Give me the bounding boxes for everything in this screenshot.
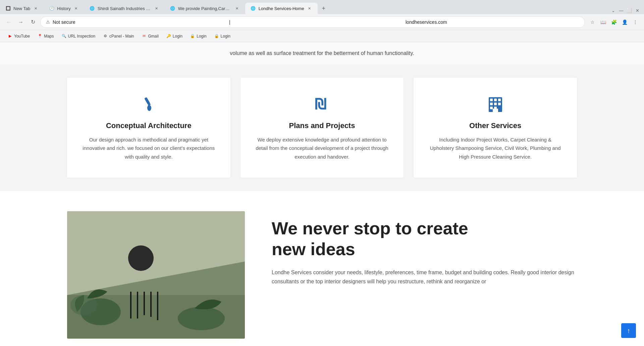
tab-close-new-tab[interactable]: ✕ bbox=[33, 6, 38, 11]
cards-section: Conceptual Architecture Our design appro… bbox=[0, 64, 644, 191]
image-placeholder bbox=[67, 211, 245, 339]
tab-close-londhe[interactable]: ✕ bbox=[307, 6, 312, 11]
bottom-section: We never stop to create new ideas Londhe… bbox=[0, 191, 644, 346]
bookmark-login-3[interactable]: 🔒 Login bbox=[211, 32, 234, 40]
tab-favicon-londhe: 🌐 bbox=[251, 6, 256, 11]
card-icon-services bbox=[427, 95, 564, 115]
chevron-down-icon[interactable]: ⌄ bbox=[610, 8, 616, 13]
tab-shirdi[interactable]: 🌐 Shirdi Sainath Industries | Khichdi ✕ bbox=[84, 3, 165, 14]
svg-point-25 bbox=[178, 307, 225, 330]
bookmark-login2-label: Login bbox=[197, 34, 206, 39]
tab-history[interactable]: 🕐 History ✕ bbox=[44, 3, 84, 14]
card-desc-conceptual: Our design approach is methodical and pr… bbox=[80, 135, 217, 161]
card-icon-conceptual bbox=[80, 95, 217, 115]
bottom-heading: We never stop to create new ideas bbox=[272, 218, 577, 260]
svg-rect-0 bbox=[144, 97, 150, 105]
svg-rect-5 bbox=[490, 99, 493, 101]
tab-favicon-history: 🕐 bbox=[49, 6, 54, 11]
extensions-button[interactable]: 🧩 bbox=[609, 17, 619, 27]
tab-title-painting: We provide Painting,Carpenter,… bbox=[178, 6, 232, 11]
reload-button[interactable]: ↻ bbox=[28, 17, 38, 27]
top-text-section: volume as well as surface treatment for … bbox=[0, 42, 644, 64]
card-desc-services: Including Indoor Project Works, Carpet C… bbox=[427, 135, 564, 161]
login2-icon: 🔒 bbox=[190, 34, 195, 39]
login3-icon: 🔒 bbox=[214, 34, 219, 39]
tab-close-painting[interactable]: ✕ bbox=[234, 6, 240, 11]
tab-new-tab[interactable]: 🔲 New Tab ✕ bbox=[0, 3, 44, 14]
address-bar: ← → ↻ ⚠ Not secure | londheservices.com … bbox=[0, 14, 644, 30]
close-window-button[interactable]: ✕ bbox=[635, 8, 640, 13]
url-display: londheservices.com bbox=[406, 19, 579, 25]
tab-close-history[interactable]: ✕ bbox=[73, 6, 79, 11]
tab-favicon-shirdi: 🌐 bbox=[90, 6, 95, 11]
tab-title-history: History bbox=[57, 6, 70, 11]
tab-londhe[interactable]: 🌐 Londhe Services-Home ✕ bbox=[245, 3, 318, 14]
bookmark-cpanel-label: cPanel - Main bbox=[109, 34, 134, 39]
svg-rect-13 bbox=[498, 107, 501, 109]
profile-button[interactable]: 👤 bbox=[620, 17, 629, 27]
tab-title-londhe: Londhe Services-Home bbox=[259, 6, 304, 11]
url-bar[interactable]: ⚠ Not secure | londheservices.com bbox=[40, 16, 585, 28]
svg-rect-14 bbox=[493, 109, 498, 112]
maps-icon: 📍 bbox=[37, 34, 43, 39]
bottom-heading-line2: new ideas bbox=[272, 239, 355, 259]
more-options-button[interactable]: ⋮ bbox=[631, 17, 640, 27]
window-controls: ⌄ — ⬜ ✕ bbox=[610, 8, 644, 13]
back-button[interactable]: ← bbox=[4, 17, 13, 27]
new-tab-button[interactable]: + bbox=[319, 4, 328, 13]
bookmark-login-1[interactable]: 🔑 Login bbox=[163, 32, 186, 40]
bookmark-maps-label: Maps bbox=[44, 34, 54, 39]
service-card-conceptual: Conceptual Architecture Our design appro… bbox=[67, 78, 230, 178]
bookmark-youtube-label: YouTube bbox=[14, 34, 30, 39]
bottom-text: We never stop to create new ideas Londhe… bbox=[272, 211, 577, 286]
login1-icon: 🔑 bbox=[166, 34, 171, 39]
tab-title-shirdi: Shirdi Sainath Industries | Khichdi bbox=[98, 6, 151, 11]
tab-painting[interactable]: 🌐 We provide Painting,Carpenter,… ✕ bbox=[165, 3, 245, 14]
url-actions: ☆ 📖 🧩 👤 ⋮ bbox=[588, 17, 640, 27]
bookmark-cpanel[interactable]: ⚙ cPanel - Main bbox=[99, 32, 137, 40]
bookmark-url-inspection[interactable]: 🔍 URL Inspection bbox=[58, 32, 99, 40]
bookmark-login-2[interactable]: 🔒 Login bbox=[186, 32, 210, 40]
cpanel-icon: ⚙ bbox=[103, 34, 108, 39]
svg-rect-6 bbox=[494, 99, 497, 101]
bookmark-youtube[interactable]: ▶ YouTube bbox=[4, 32, 33, 40]
browser-chrome: 🔲 New Tab ✕ 🕐 History ✕ 🌐 Shirdi Sainath… bbox=[0, 0, 644, 42]
scroll-top-icon: ↑ bbox=[627, 327, 630, 335]
service-card-plans: ₪ Plans and Projects We deploy extensive… bbox=[240, 78, 404, 178]
bookmarks-bar: ▶ YouTube 📍 Maps 🔍 URL Inspection ⚙ cPan… bbox=[0, 30, 644, 42]
svg-text:₪: ₪ bbox=[315, 96, 326, 112]
svg-rect-8 bbox=[490, 103, 493, 105]
bottom-description: Londhe Services consider your needs, lif… bbox=[272, 268, 577, 286]
card-icon-plans: ₪ bbox=[254, 95, 390, 115]
bookmark-gmail-label: Gmail bbox=[148, 34, 158, 39]
service-card-services: Other Services Including Indoor Project … bbox=[414, 78, 577, 178]
minimize-button[interactable]: — bbox=[619, 8, 624, 13]
web-content: volume as well as surface treatment for … bbox=[0, 42, 644, 346]
svg-rect-9 bbox=[494, 103, 497, 105]
card-title-conceptual: Conceptual Architecture bbox=[80, 121, 217, 130]
tab-favicon-painting: 🌐 bbox=[170, 6, 175, 11]
svg-point-1 bbox=[147, 105, 151, 111]
tab-close-shirdi[interactable]: ✕ bbox=[154, 6, 159, 11]
tab-bar: 🔲 New Tab ✕ 🕐 History ✕ 🌐 Shirdi Sainath… bbox=[0, 0, 644, 14]
maximize-button[interactable]: ⬜ bbox=[627, 8, 632, 13]
bookmark-maps[interactable]: 📍 Maps bbox=[34, 32, 57, 40]
scroll-to-top-button[interactable]: ↑ bbox=[621, 323, 636, 338]
reading-list-button[interactable]: 📖 bbox=[598, 17, 608, 27]
url-inspection-icon: 🔍 bbox=[61, 34, 67, 39]
card-title-plans: Plans and Projects bbox=[254, 121, 390, 130]
gmail-icon: ✉ bbox=[141, 34, 147, 39]
svg-point-18 bbox=[128, 245, 154, 271]
bookmark-star-button[interactable]: ☆ bbox=[588, 17, 597, 27]
bookmark-login1-label: Login bbox=[173, 34, 182, 39]
svg-rect-11 bbox=[490, 107, 493, 109]
card-desc-plans: We deploy extensive knowledge and profou… bbox=[254, 135, 390, 161]
not-secure-label: Not secure bbox=[53, 19, 226, 25]
url-separator: | bbox=[229, 19, 403, 25]
bottom-image bbox=[67, 211, 245, 339]
security-icon: ⚠ bbox=[46, 19, 50, 24]
youtube-icon: ▶ bbox=[7, 34, 13, 39]
bookmark-gmail[interactable]: ✉ Gmail bbox=[138, 32, 162, 40]
forward-button[interactable]: → bbox=[16, 17, 25, 27]
bookmark-url-inspection-label: URL Inspection bbox=[68, 34, 96, 39]
